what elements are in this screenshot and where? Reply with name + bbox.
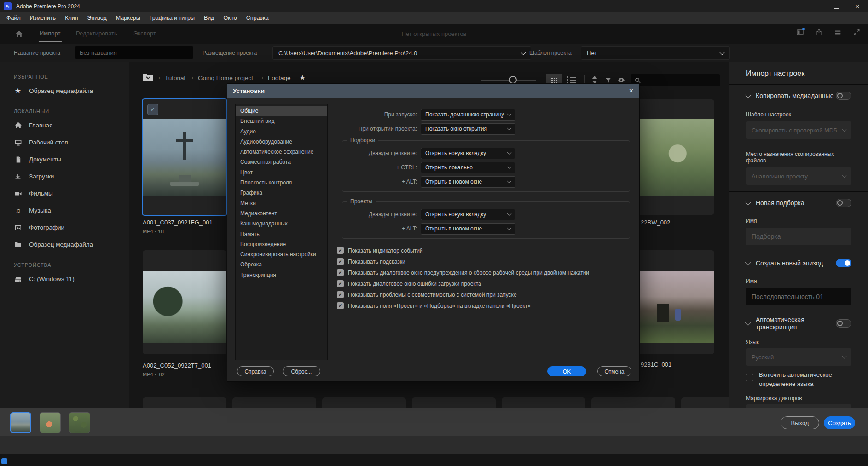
ok-button[interactable]: OK bbox=[547, 366, 586, 376]
filter-icon[interactable] bbox=[604, 76, 612, 84]
project-location-select[interactable]: C:\Users\User\Documents\Adobe\Premiere P… bbox=[272, 46, 531, 60]
sidebar-item-sample-media-fav[interactable]: Образец медиафайла bbox=[0, 82, 129, 99]
media-card-partial[interactable] bbox=[143, 397, 226, 408]
projects-alt-select[interactable]: Открыть в новом окне bbox=[421, 223, 515, 235]
reset-button[interactable]: Сброс... bbox=[283, 366, 320, 376]
media-card-partial[interactable] bbox=[681, 397, 729, 408]
checkbox-checked-icon[interactable] bbox=[337, 269, 344, 276]
breadcrumb-footage[interactable]: Footage bbox=[268, 75, 291, 81]
checkbox-checked-icon[interactable] bbox=[337, 302, 344, 309]
media-card-2-thumbnail[interactable] bbox=[143, 250, 226, 354]
prefs-nav-memory[interactable]: Память bbox=[236, 229, 327, 239]
prefs-nav-collaboration[interactable]: Совместная работа bbox=[236, 157, 327, 167]
sequence-name-input[interactable]: Последовательность 01 bbox=[746, 288, 851, 305]
dialog-title-bar[interactable]: Установки bbox=[227, 84, 639, 98]
menu-window[interactable]: Окно bbox=[219, 12, 242, 24]
breadcrumb-going-home-project[interactable]: Going Home project bbox=[198, 75, 253, 81]
new-bin-toggle[interactable] bbox=[836, 199, 851, 207]
settings-template-select[interactable]: Скопировать с проверкой MD5 bbox=[746, 121, 851, 139]
sidebar-item-movies[interactable]: Фильмы bbox=[0, 185, 129, 202]
prefs-nav-audio-hardware[interactable]: Аудиооборудование bbox=[236, 137, 327, 147]
preview-eye-icon[interactable] bbox=[617, 77, 625, 83]
language-select[interactable]: Русский bbox=[746, 348, 851, 366]
thumbnail-zoom-slider[interactable] bbox=[481, 80, 536, 81]
auto-transcription-toggle[interactable] bbox=[836, 319, 851, 328]
prefs-nav-color[interactable]: Цвет bbox=[236, 167, 327, 178]
sidebar-item-sample-media-folder[interactable]: Образец медиафайла bbox=[0, 236, 129, 253]
prefs-nav-audio[interactable]: Аудио bbox=[236, 127, 327, 137]
projects-double-click-select[interactable]: Открыть новую вкладку bbox=[421, 209, 515, 220]
bins-ctrl-select[interactable]: Открыть локально bbox=[421, 162, 515, 173]
clip-thumbnail-grass[interactable] bbox=[40, 412, 61, 433]
on-project-open-select[interactable]: Показать окно открытия bbox=[421, 123, 515, 135]
media-card-partial[interactable] bbox=[591, 397, 675, 408]
menu-help[interactable]: Справка bbox=[242, 12, 273, 24]
media-card-1-thumbnail[interactable] bbox=[142, 98, 227, 216]
project-template-select[interactable]: Нет bbox=[581, 46, 730, 60]
prefs-nav-transcription[interactable]: Транскрипция bbox=[236, 270, 327, 280]
prefs-nav-graphics[interactable]: Графика bbox=[236, 188, 327, 198]
checkbox-checked-icon[interactable] bbox=[337, 258, 344, 265]
checkbox-checked-icon[interactable] bbox=[337, 247, 344, 254]
dialog-close-icon[interactable] bbox=[629, 87, 634, 94]
prefs-nav-control-surface[interactable]: Плоскость контроля bbox=[236, 178, 327, 188]
sidebar-item-documents[interactable]: Документы bbox=[0, 151, 129, 168]
create-button[interactable]: Создать bbox=[824, 416, 855, 429]
maximize-button[interactable] bbox=[826, 0, 847, 12]
selected-clip-thumbnail-cross[interactable] bbox=[10, 412, 31, 433]
prefs-nav-general[interactable]: Общие bbox=[236, 106, 327, 116]
folder-dropdown-icon[interactable] bbox=[143, 73, 154, 81]
sort-button[interactable] bbox=[592, 76, 597, 84]
copy-media-toggle[interactable] bbox=[836, 92, 851, 100]
copy-destination-select[interactable]: Аналогично проекту bbox=[746, 167, 851, 185]
selected-check-badge[interactable] bbox=[147, 104, 158, 115]
prefs-nav-media-cache[interactable]: Кэш медиаданных bbox=[236, 219, 327, 229]
help-button[interactable]: Справка bbox=[237, 366, 274, 376]
cancel-button[interactable]: Отмена bbox=[597, 366, 631, 376]
clip-thumbnail-foliage[interactable] bbox=[69, 412, 90, 433]
chevron-down-icon[interactable] bbox=[745, 259, 751, 265]
checkbox-checked-icon[interactable] bbox=[337, 291, 344, 298]
favorite-star-icon[interactable] bbox=[299, 73, 306, 82]
auto-language-checkbox[interactable] bbox=[746, 374, 753, 381]
breadcrumb-tutorial[interactable]: Tutorial bbox=[165, 75, 185, 81]
fullscreen-icon[interactable] bbox=[853, 29, 861, 36]
sidebar-item-photos[interactable]: Фотографии bbox=[0, 219, 129, 236]
media-card-partial[interactable] bbox=[412, 397, 496, 408]
prefs-nav-playback[interactable]: Воспроизведение bbox=[236, 239, 327, 249]
speaker-labeling-select[interactable]: Select an option bbox=[746, 404, 851, 408]
menu-clip[interactable]: Клип bbox=[60, 12, 82, 24]
share-icon[interactable] bbox=[815, 29, 823, 36]
stack-menu-icon[interactable] bbox=[834, 29, 842, 36]
minimize-button[interactable] bbox=[804, 0, 826, 12]
menu-edit[interactable]: Изменить bbox=[25, 12, 60, 24]
sidebar-item-downloads[interactable]: Загрузки bbox=[0, 168, 129, 185]
chevron-down-icon[interactable] bbox=[745, 320, 751, 326]
bins-double-click-select[interactable]: Открыть новую вкладку bbox=[421, 148, 515, 159]
media-card-partial[interactable] bbox=[502, 397, 585, 408]
chevron-down-icon[interactable] bbox=[745, 199, 751, 205]
menu-sequence[interactable]: Эпизод bbox=[82, 12, 111, 24]
prefs-nav-trim[interactable]: Обрезка bbox=[236, 259, 327, 270]
zoom-slider-knob[interactable] bbox=[509, 76, 517, 84]
bins-alt-select[interactable]: Открыть в новом окне bbox=[421, 176, 515, 188]
menu-markers[interactable]: Маркеры bbox=[111, 12, 145, 24]
prefs-nav-labels[interactable]: Метки bbox=[236, 198, 327, 208]
project-name-input[interactable]: Без названия bbox=[75, 46, 193, 59]
menu-view[interactable]: Вид bbox=[199, 12, 219, 24]
bin-name-input[interactable]: Подборка bbox=[746, 228, 851, 245]
sidebar-item-home[interactable]: Главная bbox=[0, 117, 129, 134]
exit-button[interactable]: Выход bbox=[781, 416, 819, 429]
menu-file[interactable]: Файл bbox=[2, 12, 25, 24]
prefs-nav-appearance[interactable]: Внешний вид bbox=[236, 116, 327, 126]
media-card-partial[interactable] bbox=[232, 397, 316, 408]
new-sequence-toggle[interactable] bbox=[836, 259, 851, 267]
at-startup-select[interactable]: Показать домашнюю страницу bbox=[421, 109, 515, 121]
chevron-down-icon[interactable] bbox=[745, 92, 751, 98]
media-card-3-thumbnail[interactable] bbox=[633, 99, 714, 215]
media-card-partial[interactable] bbox=[322, 397, 406, 408]
checkbox-checked-icon[interactable] bbox=[337, 280, 344, 287]
search-input[interactable] bbox=[631, 74, 720, 86]
close-button[interactable] bbox=[847, 0, 868, 12]
sidebar-item-desktop[interactable]: Рабочий стол bbox=[0, 134, 129, 151]
